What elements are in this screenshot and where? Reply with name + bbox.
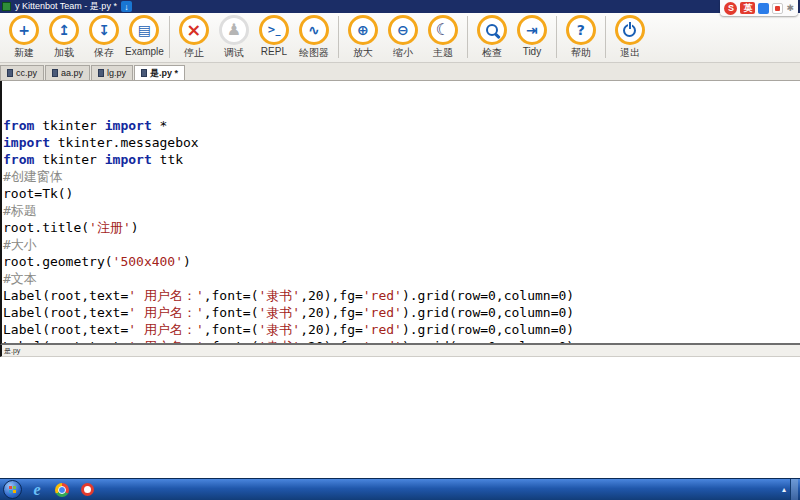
repl-button[interactable]: >_ REPL — [254, 15, 294, 57]
tidy-button[interactable]: ⇥ Tidy — [512, 15, 552, 57]
debug-button[interactable]: ♟ 调试 — [214, 15, 254, 60]
ie-taskbar-icon[interactable]: e — [27, 480, 47, 500]
sogou-logo-icon[interactable]: S — [724, 2, 737, 15]
code-line: root=Tk() — [3, 185, 800, 202]
repl-prompt-icon: >_ — [267, 25, 280, 35]
code-lines: from tkinter import *import tkinter.mess… — [3, 117, 800, 345]
stop-button[interactable]: × 停止 — [174, 15, 214, 60]
toolbar-separator — [338, 16, 339, 58]
toolbar-separator — [605, 16, 606, 58]
theme-button[interactable]: ☾ 主题 — [423, 15, 463, 60]
example-doc-icon: ▤ — [138, 23, 151, 37]
start-button[interactable] — [3, 480, 22, 499]
debug-icon: ♟ — [227, 22, 241, 38]
tab-cc-py[interactable]: cc.py — [0, 65, 44, 80]
chrome-taskbar-icon[interactable] — [52, 480, 72, 500]
main-toolbar: + 新建 ↥ 加载 ↧ 保存 ▤ Example × 停止 ♟ 调试 >_ RE… — [0, 13, 800, 63]
inspect-button[interactable]: 检查 — [472, 15, 512, 60]
file-icon — [98, 69, 104, 77]
system-tray: ▴ — [782, 479, 800, 500]
save-icon: ↧ — [98, 23, 110, 37]
exit-button[interactable]: 退出 — [610, 15, 650, 60]
code-line: #标题 — [3, 202, 800, 219]
file-icon — [52, 69, 58, 77]
show-desktop-button[interactable] — [790, 479, 798, 500]
tab-shi-py-active[interactable]: 是.py * — [134, 65, 185, 80]
zoom-out-button[interactable]: ⊖ 缩小 — [383, 15, 423, 60]
save-button[interactable]: ↧ 保存 — [84, 15, 124, 60]
code-line: from tkinter import ttk — [3, 151, 800, 168]
code-line: #文本 — [3, 270, 800, 287]
shell-output-area[interactable] — [0, 357, 800, 478]
toolbar-separator — [556, 16, 557, 58]
tray-expand-icon[interactable]: ▴ — [782, 485, 786, 494]
ime-emoji-icon[interactable] — [772, 3, 783, 14]
code-line: #大小 — [3, 236, 800, 253]
tab-lg-py[interactable]: lg.py — [91, 65, 133, 80]
ime-settings-icon[interactable]: ✱ — [786, 3, 794, 13]
plus-icon: + — [18, 23, 30, 37]
code-line: Label(root,text=' 用户名：',font=('隶书',20),f… — [3, 321, 800, 338]
shell-tab-strip[interactable]: 是.py — [0, 345, 800, 357]
tab-aa-py[interactable]: aa.py — [45, 65, 90, 80]
zoom-in-button[interactable]: ⊕ 放大 — [343, 15, 383, 60]
file-icon — [7, 69, 13, 77]
app-icon — [2, 2, 11, 11]
question-icon: ? — [577, 23, 585, 37]
plotter-button[interactable]: ∿ 绘图器 — [294, 15, 334, 60]
chrome-icon — [55, 483, 69, 497]
waveform-icon: ∿ — [308, 23, 320, 37]
editor-tab-bar: cc.py aa.py lg.py 是.py * — [0, 63, 800, 81]
zoom-out-icon: ⊖ — [397, 23, 409, 37]
ime-skin-icon[interactable] — [758, 3, 769, 14]
code-line: from tkinter import * — [3, 117, 800, 134]
internet-explorer-icon: e — [33, 481, 40, 499]
desktop-screen: y Kittenbot Team - 是.py * ↓ S 英 ✱ + 新建 ↥… — [0, 0, 800, 500]
opera-icon — [81, 483, 94, 496]
zoom-in-icon: ⊕ — [357, 23, 369, 37]
code-line: import tkinter.messagebox — [3, 134, 800, 151]
code-line: Label(root,text=' 用户名：',font=('隶书',20),f… — [3, 338, 800, 345]
windows-flag-icon — [9, 486, 16, 493]
opera-taskbar-icon[interactable] — [77, 480, 97, 500]
code-line: Label(root,text=' 用户名：',font=('隶书',20),f… — [3, 304, 800, 321]
load-button[interactable]: ↥ 加载 — [44, 15, 84, 60]
upload-icon: ↥ — [58, 23, 70, 37]
example-button[interactable]: ▤ Example — [124, 15, 165, 57]
code-line: root.geometry('500x400') — [3, 253, 800, 270]
code-line: Label(root,text=' 用户名：',font=('隶书',20),f… — [3, 287, 800, 304]
code-editor[interactable]: from tkinter import *import tkinter.mess… — [0, 81, 800, 345]
download-icon[interactable]: ↓ — [121, 1, 132, 12]
power-icon — [623, 24, 636, 37]
title-bar: y Kittenbot Team - 是.py * ↓ — [0, 0, 800, 13]
magnifier-icon — [486, 24, 498, 36]
shell-file-label: 是.py — [4, 346, 20, 356]
ime-mode-badge[interactable]: 英 — [740, 2, 755, 14]
toolbar-separator — [169, 16, 170, 58]
stop-x-icon: × — [186, 21, 201, 39]
ime-toolbar: S 英 ✱ — [720, 0, 798, 16]
tidy-indent-icon: ⇥ — [526, 23, 538, 37]
window-title: y Kittenbot Team - 是.py * — [15, 0, 117, 13]
file-icon — [141, 69, 147, 77]
help-button[interactable]: ? 帮助 — [561, 15, 601, 60]
code-line: root.title('注册') — [3, 219, 800, 236]
toolbar-separator — [467, 16, 468, 58]
windows-taskbar: e ▴ — [0, 478, 800, 500]
code-line: #创建窗体 — [3, 168, 800, 185]
moon-icon: ☾ — [436, 22, 450, 38]
new-file-button[interactable]: + 新建 — [4, 15, 44, 60]
